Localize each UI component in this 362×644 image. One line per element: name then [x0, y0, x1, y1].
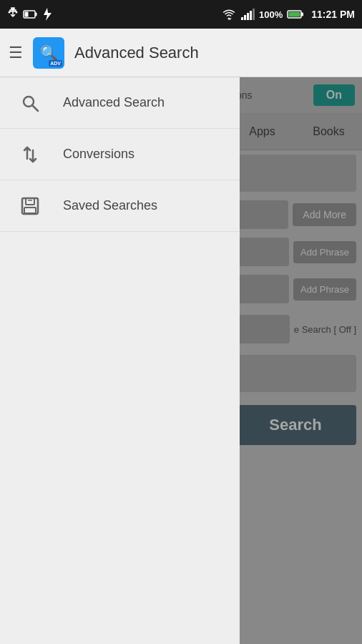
svg-rect-8 [247, 13, 249, 20]
advanced-search-icon [17, 90, 43, 116]
svg-rect-6 [241, 17, 243, 20]
time-display: 11:21 PM [311, 9, 355, 20]
status-bar: 100% 11:21 PM [0, 0, 362, 29]
drawer-item-advanced-search-label: Advanced Search [63, 95, 165, 110]
signal-icon [240, 9, 255, 20]
navigation-drawer: Advanced Search Conversions [0, 77, 240, 644]
app-bar: ☰ 🔍 ADV Advanced Search [0, 29, 362, 77]
search-icon: 🔍 [40, 44, 58, 62]
save-icon [17, 193, 43, 219]
app-logo: 🔍 ADV [33, 37, 64, 69]
svg-point-1 [16, 11, 18, 14]
drawer-item-conversions-label: Conversions [63, 147, 134, 162]
battery-low-icon [23, 9, 37, 19]
conversions-icon [17, 142, 43, 167]
drawer-item-advanced-search[interactable]: Advanced Search [0, 77, 240, 129]
svg-point-0 [9, 11, 11, 14]
svg-rect-10 [253, 9, 255, 20]
charging-icon [41, 7, 52, 21]
battery-full-icon [287, 9, 304, 19]
logo-badge: ADV [49, 60, 62, 67]
svg-point-5 [228, 18, 230, 20]
svg-rect-3 [35, 13, 37, 16]
svg-line-15 [33, 105, 39, 111]
main-container: ons On Apps Books Add More Add Phrase Ad… [0, 77, 362, 644]
app-title: Advanced Search [74, 44, 199, 62]
status-bar-left-icons [7, 7, 52, 21]
usb-icon [7, 7, 19, 21]
status-bar-right-icons: 100% 11:21 PM [222, 9, 355, 20]
svg-rect-12 [301, 13, 303, 16]
svg-rect-19 [26, 198, 34, 205]
hamburger-button[interactable]: ☰ [9, 44, 23, 62]
wifi-icon [222, 9, 236, 20]
svg-rect-13 [289, 12, 300, 17]
svg-rect-7 [244, 15, 246, 20]
drawer-item-saved-searches[interactable]: Saved Searches [0, 180, 240, 232]
svg-rect-9 [250, 11, 252, 20]
drawer-item-saved-searches-label: Saved Searches [63, 198, 157, 213]
drawer-item-conversions[interactable]: Conversions [0, 129, 240, 180]
svg-rect-4 [25, 12, 29, 17]
battery-percentage: 100% [259, 9, 283, 20]
svg-rect-20 [24, 208, 36, 213]
